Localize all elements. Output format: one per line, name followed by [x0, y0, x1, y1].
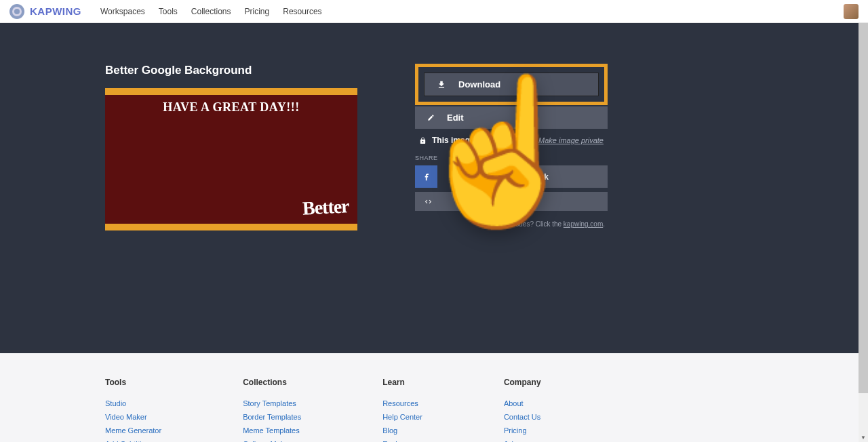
download-highlight: Download	[415, 64, 608, 105]
share-label: SHARE	[415, 155, 608, 161]
preview-text: HAVE A GREAT DAY!!!	[163, 100, 299, 224]
footer-link-pricing[interactable]: Pricing	[504, 426, 541, 435]
nav-collections[interactable]: Collections	[191, 7, 231, 16]
privacy-status: This image is public	[432, 136, 510, 145]
share-instagram-button[interactable]	[460, 165, 482, 188]
footer-tools: Tools Studio Video Maker Meme Generator …	[105, 378, 161, 442]
footer-link-blog[interactable]: Blog	[382, 426, 422, 435]
footer-collections: Collections Story Templates Border Templ…	[243, 378, 301, 442]
main-area: Better Google Background HAVE A GREAT DA…	[0, 23, 868, 353]
footer-learn: Learn Resources Help Center Blog Explore	[382, 378, 422, 442]
preview-column: Better Google Background HAVE A GREAT DA…	[105, 64, 357, 230]
copy-link-label: Copy Link	[509, 172, 549, 182]
topbar: KAPWING Workspaces Tools Collections Pri…	[0, 0, 868, 23]
logo-icon	[9, 4, 24, 19]
footer-link-video-maker[interactable]: Video Maker	[105, 413, 161, 421]
preview-canvas: HAVE A GREAT DAY!!! Better	[105, 88, 357, 230]
footer-link-about[interactable]: About	[504, 399, 541, 407]
share-row: Copy Link	[415, 165, 608, 188]
nav-workspaces[interactable]: Workspaces	[100, 7, 145, 16]
nav-pricing[interactable]: Pricing	[245, 7, 270, 16]
preview-signature: Better	[302, 195, 350, 220]
footer-company: Company About Contact Us Pricing Jobs	[504, 378, 541, 442]
help-link[interactable]: kapwing.com	[564, 220, 603, 228]
help-prefix: Having issues? Click the	[488, 220, 561, 228]
footer-link-contact-us[interactable]: Contact Us	[504, 413, 541, 421]
embed-button[interactable]	[415, 192, 608, 211]
logo[interactable]: KAPWING	[9, 4, 81, 19]
instagram-icon	[467, 172, 476, 182]
download-button[interactable]: Download	[424, 73, 599, 96]
copy-link-button[interactable]: Copy Link	[484, 165, 608, 188]
main-nav: Workspaces Tools Collections Pricing Res…	[100, 7, 322, 16]
scrollbar[interactable]: ▲ ▼	[859, 0, 868, 442]
code-icon	[425, 198, 432, 205]
logo-text: KAPWING	[30, 5, 81, 17]
footer-learn-heading: Learn	[382, 378, 422, 387]
footer-link-story-templates[interactable]: Story Templates	[243, 399, 301, 407]
link-icon	[494, 173, 501, 180]
scrollbar-thumb[interactable]	[859, 0, 868, 393]
nav-resources[interactable]: Resources	[283, 7, 321, 16]
footer-company-heading: Company	[504, 378, 541, 387]
scroll-down-icon[interactable]: ▼	[859, 433, 868, 442]
edit-button[interactable]: Edit	[415, 106, 608, 129]
download-icon	[437, 80, 446, 89]
footer: Tools Studio Video Maker Meme Generator …	[0, 353, 868, 442]
make-private-link[interactable]: Make image private	[538, 136, 604, 144]
footer-link-meme-templates[interactable]: Meme Templates	[243, 426, 301, 435]
edit-icon	[427, 114, 435, 121]
footer-link-studio[interactable]: Studio	[105, 399, 161, 407]
share-facebook-button[interactable]	[415, 165, 437, 188]
footer-link-meme-generator[interactable]: Meme Generator	[105, 426, 161, 435]
footer-tools-heading: Tools	[105, 378, 161, 387]
privacy-row: This image is public Make image private	[415, 129, 608, 155]
footer-link-border-templates[interactable]: Border Templates	[243, 413, 301, 421]
footer-link-help-center[interactable]: Help Center	[382, 413, 422, 421]
facebook-icon	[422, 172, 431, 182]
footer-link-resources[interactable]: Resources	[382, 399, 422, 407]
lock-icon	[419, 137, 427, 144]
help-text: Having issues? Click the kapwing.com.	[415, 220, 608, 228]
footer-collections-heading: Collections	[243, 378, 301, 387]
download-label: Download	[458, 79, 500, 89]
project-title: Better Google Background	[105, 64, 357, 77]
edit-label: Edit	[447, 113, 464, 123]
avatar[interactable]	[844, 4, 859, 19]
actions-column: ☝️ Download Edit This image is public Ma…	[415, 64, 608, 230]
nav-tools[interactable]: Tools	[159, 7, 178, 16]
